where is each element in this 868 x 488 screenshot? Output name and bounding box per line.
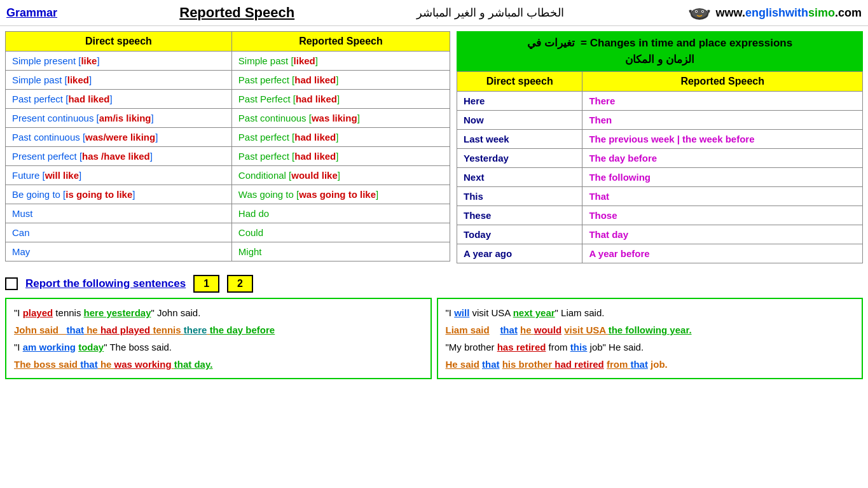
right-table-row: YesterdayThe day before <box>457 149 863 168</box>
reported-cell: Might <box>231 242 450 261</box>
right-table-row: HereThere <box>457 92 863 111</box>
word-boss-said: The boss said <box>14 359 78 370</box>
direct-cell: Past perfect [had liked] <box>6 90 232 109</box>
right-table-row: NowThen <box>457 111 863 130</box>
right-table-row: TheseThose <box>457 206 863 225</box>
reported-cell: Past perfect [had liked] <box>231 128 450 147</box>
word-will: will <box>454 307 469 318</box>
right-direct-cell: These <box>457 206 582 225</box>
word-today1: today <box>78 342 104 352</box>
reported-cell: Had do <box>231 204 450 223</box>
reported-cell: Conditional [would like] <box>231 166 450 185</box>
direct-cell: Can <box>6 223 232 242</box>
word-was-working: was working <box>114 359 172 370</box>
left-panel: Direct speech Reported Speech Simple pre… <box>5 31 450 263</box>
word-he2: he <box>100 359 114 370</box>
sentence-1-line-2: John said that he had played tennis ther… <box>14 321 423 338</box>
sentence-2-line-2: Liam said that he would visit USA the fo… <box>446 321 855 338</box>
right-direct-cell: This <box>457 187 582 206</box>
right-reported-cell: Those <box>582 206 863 225</box>
word-has-retired: has retired <box>497 342 546 352</box>
word-next-year: next year <box>513 307 555 318</box>
col-reported-header: Reported Speech <box>231 32 450 52</box>
checkbox-icon <box>5 277 18 290</box>
direct-cell: Present perfect [has /have liked] <box>6 147 232 166</box>
word-job: job. <box>651 359 668 370</box>
word-that1: that <box>67 324 85 335</box>
arabic-title: الخطاب المباشر و الغير المباشر <box>417 6 564 20</box>
word-that2: that <box>80 359 98 370</box>
right-table-row: TodayThat day <box>457 225 863 244</box>
sentence-2-line-4: He said that his brother had retired fro… <box>446 356 855 373</box>
right-reported-cell: A year before <box>582 244 863 263</box>
right-direct-cell: Last week <box>457 130 582 149</box>
left-table-row: MayMight <box>6 242 450 261</box>
word-there1: there <box>184 324 207 335</box>
word-that4: that <box>482 359 500 370</box>
right-reported-cell: The following <box>582 168 863 187</box>
right-reported-cell: The previous week | the week before <box>582 130 863 149</box>
direct-cell: Must <box>6 204 232 223</box>
word-john-said: John said <box>14 324 59 335</box>
word-here-yesterday: here yesterday <box>84 307 151 318</box>
direct-cell: Present continuous [am/is liking] <box>6 109 232 128</box>
word-visit-usa: visit USA <box>564 324 608 335</box>
bird-icon <box>687 3 712 23</box>
page-2-button[interactable]: 2 <box>227 275 253 293</box>
right-reported-cell: Then <box>582 111 863 130</box>
reported-cell: Was going to [was going to like] <box>231 185 450 204</box>
word-from: from <box>607 359 631 370</box>
page-1-button[interactable]: 1 <box>193 275 219 293</box>
right-direct-cell: Yesterday <box>457 149 582 168</box>
direct-cell: Past continuous [was/were liking] <box>6 128 232 147</box>
word-that-day1: that day. <box>174 359 213 370</box>
word-he-said: He said <box>446 359 479 370</box>
svg-point-5 <box>702 11 703 12</box>
direct-cell: Simple present [like] <box>6 52 232 71</box>
word-liam-said: Liam said <box>446 324 490 335</box>
left-table-row: Simple present [like]Simple past [liked] <box>6 52 450 71</box>
sentence-2-line-3: "My brother has retired from this job" H… <box>446 338 855 356</box>
direct-cell: May <box>6 242 232 261</box>
direct-cell: Be going to [is going to like] <box>6 185 232 204</box>
sentence-1-line-4: The boss said that he was working that d… <box>14 356 423 373</box>
page-header: Grammar Reported Speech الخطاب المباشر و… <box>0 0 868 26</box>
right-direct-cell: Next <box>457 168 582 187</box>
grammar-label: Grammar <box>6 6 57 20</box>
word-played: played <box>23 307 53 318</box>
sentence-2-line-1: "I will visit USA next year" Liam said. <box>446 304 855 321</box>
right-table-row: NextThe following <box>457 168 863 187</box>
sentence-1-line-1: "I played tennis here yesterday" John sa… <box>14 304 423 321</box>
main-content: Direct speech Reported Speech Simple pre… <box>0 26 868 268</box>
word-he1: he <box>86 324 100 335</box>
direct-cell: Future [will like] <box>6 166 232 185</box>
sentences-grid: "I played tennis here yesterday" John sa… <box>5 298 863 379</box>
right-panel: Changes in time and place expressions = … <box>457 31 863 263</box>
word-tennis1: tennis <box>153 324 183 335</box>
left-table-row: Simple past [liked]Past perfect [had lik… <box>6 71 450 90</box>
right-col-reported-header: Reported Speech <box>582 72 863 92</box>
sentence-box-2: "I will visit USA next year" Liam said. … <box>437 298 864 379</box>
reported-cell: Simple past [liked] <box>231 52 450 71</box>
page-title: Reported Speech <box>179 4 294 21</box>
word-had-played: had played <box>100 324 150 335</box>
svg-point-4 <box>696 11 697 12</box>
reported-cell: Past perfect [had liked] <box>231 71 450 90</box>
left-table-row: Past perfect [had liked]Past Perfect [ha… <box>6 90 450 109</box>
left-table-row: Present perfect [has /have liked]Past pe… <box>6 147 450 166</box>
left-table-row: MustHad do <box>6 204 450 223</box>
bottom-section: Report the following sentences 1 2 "I pl… <box>0 270 868 384</box>
left-table-row: Present continuous [am/is liking]Past co… <box>6 109 450 128</box>
logo-area: www.englishwithsimo.com <box>687 3 862 23</box>
left-table-row: CanCould <box>6 223 450 242</box>
direct-cell: Simple past [liked] <box>6 71 232 90</box>
changes-header: Changes in time and place expressions = … <box>457 31 863 71</box>
word-following-year: the following year. <box>609 324 692 335</box>
bottom-header: Report the following sentences 1 2 <box>5 275 863 293</box>
reported-cell: Past perfect [had liked] <box>231 147 450 166</box>
left-table-row: Past continuous [was/were liking]Past pe… <box>6 128 450 147</box>
right-reported-cell: That <box>582 187 863 206</box>
word-day-before1: the day before <box>210 324 275 335</box>
word-that3: that <box>500 324 518 335</box>
right-table-row: A year agoA year before <box>457 244 863 263</box>
